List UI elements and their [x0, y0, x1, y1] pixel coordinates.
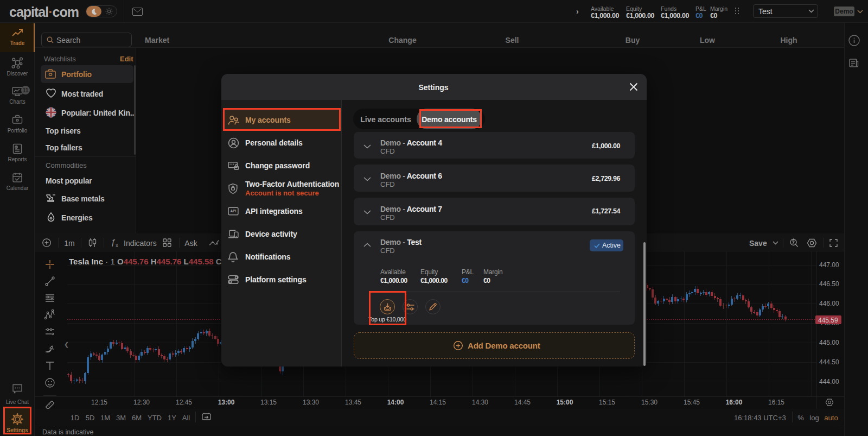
svg-text:API: API — [231, 209, 237, 213]
